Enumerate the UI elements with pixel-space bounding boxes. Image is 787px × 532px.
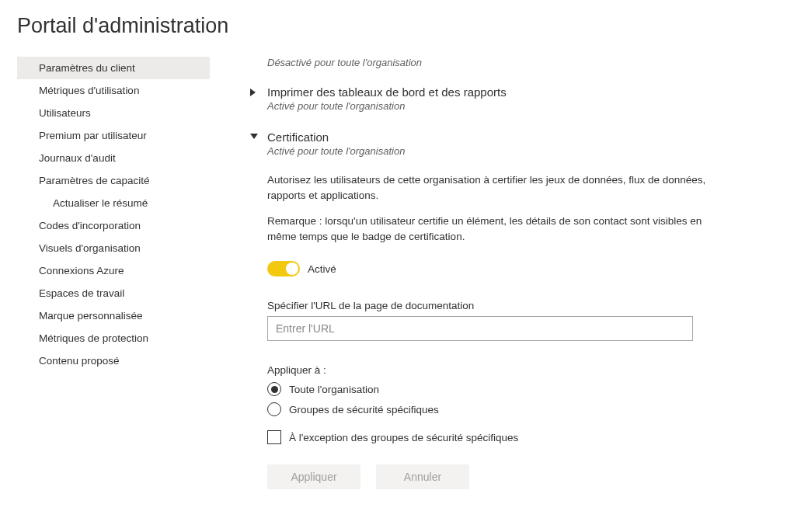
- sidebar-item-org-visuals[interactable]: Visuels d'organisation: [17, 237, 210, 259]
- sidebar-item-featured-content[interactable]: Contenu proposé: [17, 349, 210, 372]
- main-content: Désactivé pour toute l'organisation Impr…: [210, 57, 707, 508]
- radio-icon: [267, 382, 281, 396]
- section-print: Imprimer des tableaux de bord et des rap…: [250, 85, 707, 112]
- chevron-right-icon: [250, 89, 259, 96]
- section-print-header[interactable]: Imprimer des tableaux de bord et des rap…: [250, 85, 707, 99]
- certification-toggle-label: Activé: [308, 263, 336, 275]
- sidebar-item-protection-metrics[interactable]: Métriques de protection: [17, 327, 210, 349]
- checkbox-icon: [267, 430, 281, 444]
- sidebar: Paramètres du client Métriques d'utilisa…: [17, 57, 210, 372]
- section-certification-header[interactable]: Certification: [250, 130, 707, 144]
- section-certification-subtitle: Activé pour toute l'organisation: [267, 145, 707, 157]
- section-certification: Certification Activé pour toute l'organi…: [250, 130, 707, 489]
- certification-description-2: Remarque : lorsqu'un utilisateur certifi…: [267, 214, 707, 244]
- apply-button[interactable]: Appliquer: [267, 464, 360, 489]
- sidebar-item-custom-branding[interactable]: Marque personnalisée: [17, 304, 210, 327]
- sidebar-item-usage-metrics[interactable]: Métriques d'utilisation: [17, 79, 210, 102]
- apply-to-label: Appliquer à :: [267, 364, 707, 376]
- apply-to-groups-radio[interactable]: Groupes de sécurité spécifiques: [267, 402, 707, 416]
- sidebar-item-tenant-settings[interactable]: Paramètres du client: [17, 57, 210, 79]
- section-print-subtitle: Activé pour toute l'organisation: [267, 100, 707, 112]
- doc-url-label: Spécifier l'URL de la page de documentat…: [267, 300, 707, 311]
- except-groups-label: À l'exception des groupes de sécurité sp…: [289, 432, 518, 443]
- sidebar-item-refresh-summary[interactable]: Actualiser le résumé: [17, 192, 210, 214]
- sidebar-item-premium-per-user[interactable]: Premium par utilisateur: [17, 124, 210, 147]
- sidebar-item-workspaces[interactable]: Espaces de travail: [17, 282, 210, 304]
- apply-to-all-radio[interactable]: Toute l'organisation: [267, 382, 707, 396]
- prev-section-subtitle: Désactivé pour toute l'organisation: [267, 57, 707, 68]
- radio-icon: [267, 402, 281, 416]
- sidebar-item-audit-logs[interactable]: Journaux d'audit: [17, 147, 210, 169]
- sidebar-item-embed-codes[interactable]: Codes d'incorporation: [17, 214, 210, 237]
- sidebar-item-azure-connections[interactable]: Connexions Azure: [17, 259, 210, 282]
- except-groups-checkbox[interactable]: À l'exception des groupes de sécurité sp…: [267, 430, 707, 444]
- certification-description-1: Autorisez les utilisateurs de cette orga…: [267, 172, 707, 203]
- sidebar-item-capacity-settings[interactable]: Paramètres de capacité: [17, 169, 210, 192]
- cancel-button[interactable]: Annuler: [376, 464, 469, 489]
- sidebar-item-users[interactable]: Utilisateurs: [17, 102, 210, 124]
- certification-toggle[interactable]: [267, 261, 300, 276]
- apply-to-groups-label: Groupes de sécurité spécifiques: [289, 404, 439, 416]
- doc-url-input[interactable]: [267, 316, 693, 341]
- section-print-title: Imprimer des tableaux de bord et des rap…: [267, 85, 507, 99]
- page-title: Portail d'administration: [17, 14, 770, 38]
- chevron-down-icon: [250, 134, 259, 139]
- apply-to-all-label: Toute l'organisation: [289, 384, 379, 395]
- section-certification-title: Certification: [267, 130, 329, 144]
